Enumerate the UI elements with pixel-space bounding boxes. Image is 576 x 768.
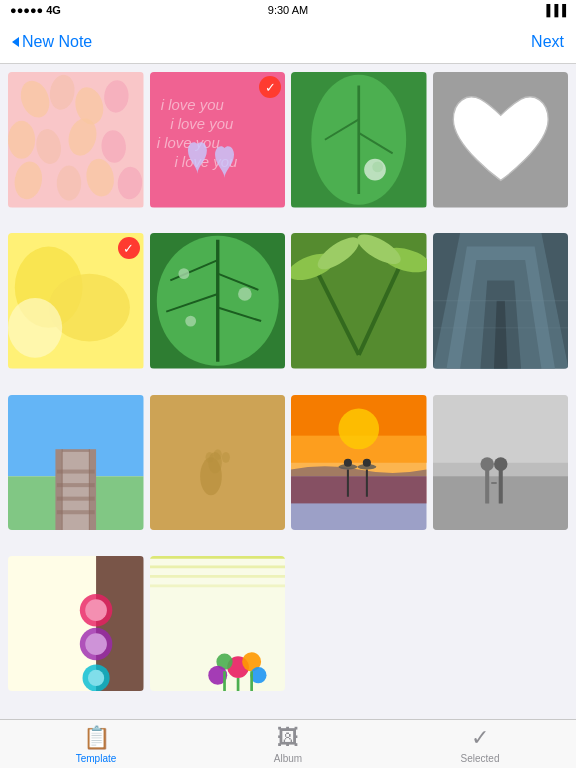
svg-point-65 — [213, 449, 221, 460]
svg-point-29 — [8, 298, 62, 358]
photo-item-green-plant-drop[interactable] — [291, 72, 427, 208]
tab-label-album: Album — [274, 753, 302, 764]
status-time: 9:30 AM — [268, 4, 308, 16]
svg-rect-58 — [57, 496, 95, 500]
next-button[interactable]: Next — [531, 33, 564, 51]
tab-selected[interactable]: ✓Selected — [384, 725, 576, 764]
photo-item-tunnel-corridor[interactable] — [433, 233, 569, 369]
svg-point-66 — [221, 451, 229, 462]
status-right: ▐▐▐ — [543, 4, 566, 16]
photo-item-palm-fronds[interactable] — [291, 233, 427, 369]
photo-item-yellow-flowers[interactable]: ✓ — [8, 233, 144, 369]
svg-point-38 — [238, 287, 252, 301]
nav-bar: New Note Next — [0, 20, 576, 64]
selected-checkmark: ✓ — [118, 237, 140, 259]
svg-rect-56 — [57, 469, 95, 473]
svg-rect-53 — [62, 451, 89, 530]
photo-item-pink-flowers[interactable] — [8, 72, 144, 208]
svg-rect-79 — [433, 395, 569, 463]
status-bar: ●●●●● 4G 9:30 AM ▐▐▐ — [0, 0, 576, 20]
template-icon: 📋 — [83, 725, 110, 751]
svg-point-37 — [178, 268, 189, 279]
svg-point-81 — [480, 457, 494, 471]
svg-point-76 — [363, 458, 371, 466]
svg-point-92 — [88, 670, 104, 686]
tab-template[interactable]: 📋Template — [0, 725, 192, 764]
svg-point-24 — [372, 161, 383, 172]
chevron-left-icon — [12, 37, 19, 47]
selected-icon: ✓ — [471, 725, 489, 751]
svg-text:i love you: i love you — [160, 97, 223, 113]
photo-item-footprint-sand[interactable] — [150, 395, 286, 531]
tab-album[interactable]: 🖼Album — [192, 725, 384, 764]
photo-item-wooden-path[interactable] — [8, 395, 144, 531]
signal-strength: ●●●●● — [10, 4, 43, 16]
svg-rect-85 — [8, 556, 96, 692]
svg-text:i love you: i love you — [170, 116, 233, 132]
photo-grid: i love you i love you i love you i love … — [0, 64, 576, 719]
svg-point-5 — [8, 121, 35, 159]
photo-item-green-leaf-water[interactable] — [150, 233, 286, 369]
tab-label-selected: Selected — [461, 753, 500, 764]
photo-item-template-brown-flowers[interactable] — [8, 556, 144, 692]
photo-item-love-hearts-pink[interactable]: i love you i love you i love you i love … — [150, 72, 286, 208]
photo-item-white-heart-cups[interactable] — [433, 72, 569, 208]
photo-item-surfers-sunset[interactable] — [291, 395, 427, 531]
svg-point-88 — [85, 599, 107, 621]
photo-item-bw-couple-beach[interactable] — [433, 395, 569, 531]
svg-rect-57 — [57, 483, 95, 487]
svg-rect-59 — [57, 510, 95, 514]
svg-point-64 — [205, 451, 213, 462]
svg-point-73 — [344, 458, 352, 466]
svg-point-83 — [493, 457, 507, 471]
back-label: New Note — [22, 33, 92, 51]
battery-icon: ▐▐▐ — [543, 4, 566, 16]
tab-bar: 📋Template🖼Album✓Selected — [0, 719, 576, 768]
status-left: ●●●●● 4G — [10, 4, 61, 16]
selected-checkmark: ✓ — [259, 76, 281, 98]
svg-point-10 — [57, 165, 81, 200]
carrier: 4G — [46, 4, 61, 16]
svg-point-90 — [85, 633, 107, 655]
back-button[interactable]: New Note — [12, 33, 92, 51]
svg-point-70 — [338, 408, 379, 449]
photo-item-template-colorful-flowers[interactable] — [150, 556, 286, 692]
svg-point-39 — [185, 316, 196, 327]
album-icon: 🖼 — [277, 725, 299, 751]
tab-label-template: Template — [76, 753, 117, 764]
